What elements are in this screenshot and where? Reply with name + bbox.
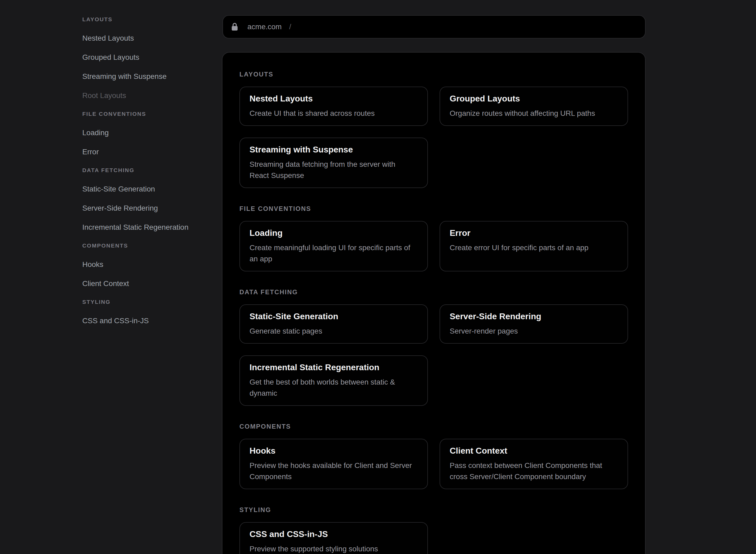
card-description: Preview the supported styling solutions [250, 543, 417, 554]
sidebar-item-loading[interactable]: Loading [82, 128, 210, 138]
card-title: Nested Layouts [250, 93, 417, 105]
card-grid: Nested Layouts Create UI that is shared … [240, 87, 628, 188]
card-description: Get the best of both worlds between stat… [250, 377, 417, 399]
sidebar-item-nested-layouts[interactable]: Nested Layouts [82, 33, 210, 43]
sidebar-item-grouped-layouts[interactable]: Grouped Layouts [82, 52, 210, 62]
section-header: DATA FETCHING [240, 288, 628, 296]
card-description: Create meaningful loading UI for specifi… [250, 242, 417, 265]
sidebar-item-root-layouts[interactable]: Root Layouts [82, 91, 210, 101]
card-title: CSS and CSS-in-JS [250, 528, 417, 540]
sidebar-item-server-side-rendering[interactable]: Server-Side Rendering [82, 203, 210, 213]
sidebar-section-header: COMPONENTS [82, 241, 210, 250]
sidebar-item-static-site-generation[interactable]: Static-Site Generation [82, 184, 210, 194]
card-description: Streaming data fetching from the server … [250, 159, 417, 181]
section-layouts: LAYOUTS Nested Layouts Create UI that is… [240, 70, 628, 188]
card-client-context[interactable]: Client Context Pass context between Clie… [440, 439, 628, 489]
card-title: Client Context [450, 445, 617, 457]
sidebar: LAYOUTS Nested Layouts Grouped Layouts S… [82, 15, 210, 335]
demo-panel: LAYOUTS Nested Layouts Create UI that is… [222, 52, 645, 554]
sidebar-section-file-conventions: FILE CONVENTIONS Loading Error [82, 110, 210, 157]
sidebar-section-header: FILE CONVENTIONS [82, 110, 210, 118]
section-header: FILE CONVENTIONS [240, 205, 628, 213]
address-path: / [289, 22, 291, 31]
sidebar-item-css-and-css-in-js[interactable]: CSS and CSS-in-JS [82, 316, 210, 326]
section-components: COMPONENTS Hooks Preview the hooks avail… [240, 422, 628, 489]
card-incremental-static-regeneration[interactable]: Incremental Static Regeneration Get the … [240, 355, 428, 406]
section-styling: STYLING CSS and CSS-in-JS Preview the su… [240, 506, 628, 554]
sidebar-section-header: LAYOUTS [82, 15, 210, 23]
section-header: COMPONENTS [240, 422, 628, 431]
card-title: Hooks [250, 445, 417, 457]
card-description: Pass context between Client Components t… [450, 460, 617, 482]
card-grid: Hooks Preview the hooks available for Cl… [240, 439, 628, 489]
card-title: Grouped Layouts [450, 93, 617, 105]
card-css-and-css-in-js[interactable]: CSS and CSS-in-JS Preview the supported … [240, 522, 428, 554]
card-error[interactable]: Error Create error UI for specific parts… [440, 221, 628, 271]
card-nested-layouts[interactable]: Nested Layouts Create UI that is shared … [240, 87, 428, 126]
card-grouped-layouts[interactable]: Grouped Layouts Organize routes without … [440, 87, 628, 126]
card-hooks[interactable]: Hooks Preview the hooks available for Cl… [240, 439, 428, 489]
card-title: Server-Side Rendering [450, 310, 617, 322]
sidebar-section-header: DATA FETCHING [82, 166, 210, 174]
section-data-fetching: DATA FETCHING Static-Site Generation Gen… [240, 288, 628, 406]
card-grid: Loading Create meaningful loading UI for… [240, 221, 628, 271]
sidebar-section-styling: STYLING CSS and CSS-in-JS [82, 298, 210, 326]
sidebar-item-streaming-with-suspense[interactable]: Streaming with Suspense [82, 71, 210, 81]
address-bar: acme.com / [223, 15, 645, 39]
sidebar-section-layouts: LAYOUTS Nested Layouts Grouped Layouts S… [82, 15, 210, 101]
card-loading[interactable]: Loading Create meaningful loading UI for… [240, 221, 428, 271]
card-title: Streaming with Suspense [250, 144, 417, 156]
card-title: Incremental Static Regeneration [250, 361, 417, 373]
card-title: Static-Site Generation [250, 310, 417, 322]
sidebar-item-error[interactable]: Error [82, 147, 210, 157]
card-streaming-with-suspense[interactable]: Streaming with Suspense Streaming data f… [240, 137, 428, 188]
address-domain: acme.com [247, 22, 281, 31]
sidebar-section-data-fetching: DATA FETCHING Static-Site Generation Ser… [82, 166, 210, 232]
section-file-conventions: FILE CONVENTIONS Loading Create meaningf… [240, 205, 628, 271]
card-description: Preview the hooks available for Client a… [250, 460, 417, 482]
section-header: LAYOUTS [240, 70, 628, 78]
sidebar-item-client-context[interactable]: Client Context [82, 279, 210, 289]
card-title: Error [450, 227, 617, 239]
sidebar-section-header: STYLING [82, 298, 210, 306]
sidebar-item-incremental-static-regeneration[interactable]: Incremental Static Regeneration [82, 222, 210, 232]
card-description: Create UI that is shared across routes [250, 108, 417, 119]
lock-icon [232, 23, 238, 31]
sidebar-item-hooks[interactable]: Hooks [82, 260, 210, 270]
card-server-side-rendering[interactable]: Server-Side Rendering Server-render page… [440, 304, 628, 344]
card-title: Loading [250, 227, 417, 239]
app-playground-page: LAYOUTS Nested Layouts Grouped Layouts S… [0, 0, 756, 554]
card-description: Organize routes without affecting URL pa… [450, 108, 617, 119]
card-description: Create error UI for specific parts of an… [450, 242, 617, 254]
card-grid: Static-Site Generation Generate static p… [240, 304, 628, 406]
sidebar-section-components: COMPONENTS Hooks Client Context [82, 241, 210, 289]
section-header: STYLING [240, 506, 628, 514]
card-description: Generate static pages [250, 326, 417, 337]
card-static-site-generation[interactable]: Static-Site Generation Generate static p… [240, 304, 428, 344]
card-grid: CSS and CSS-in-JS Preview the supported … [240, 522, 628, 554]
card-description: Server-render pages [450, 326, 617, 337]
